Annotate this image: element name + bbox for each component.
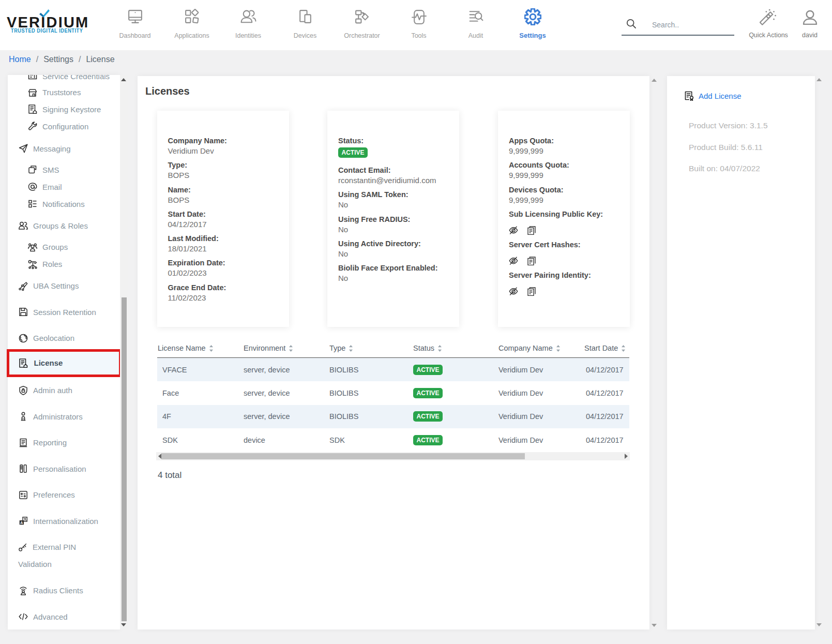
svg-text:A: A bbox=[20, 521, 23, 525]
